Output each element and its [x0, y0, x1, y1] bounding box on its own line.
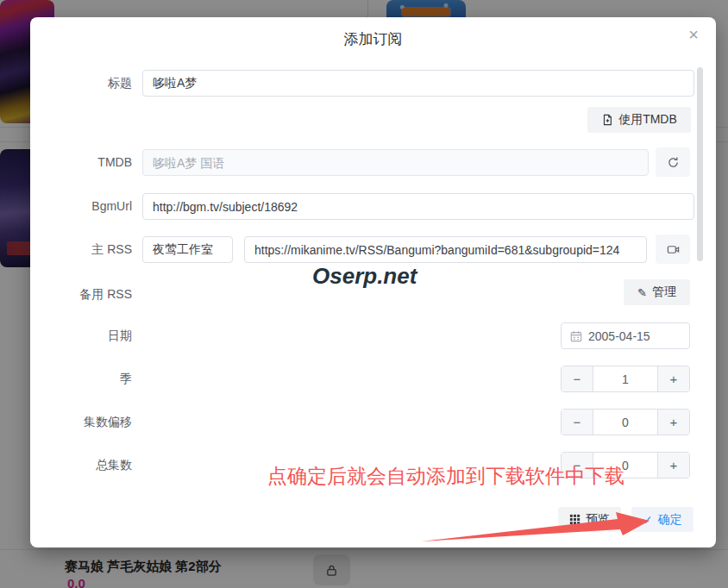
preview-button[interactable]: 预览 [558, 507, 621, 532]
plus-icon[interactable]: + [657, 453, 689, 478]
check-icon: ✓ [643, 513, 653, 527]
watermark-text: Oserp.net [312, 263, 417, 290]
plus-icon[interactable]: + [657, 366, 689, 391]
manage-backup-rss-button[interactable]: ✎ 管理 [624, 279, 690, 305]
title-input[interactable] [142, 70, 694, 97]
confirm-button[interactable]: ✓ 确定 [631, 507, 693, 532]
season-label: 季 [30, 372, 132, 387]
grid-icon [569, 514, 581, 525]
refresh-icon [667, 156, 680, 169]
episode-offset-stepper: − 0 + [561, 409, 690, 435]
main-rss-label: 主 RSS [30, 242, 132, 258]
season-value[interactable]: 1 [593, 366, 657, 391]
use-tmdb-button[interactable]: 使用TMDB [587, 107, 691, 133]
date-picker[interactable]: 2005-04-15 [561, 322, 690, 349]
season-stepper: − 1 + [561, 366, 690, 392]
tmdb-input[interactable] [142, 149, 649, 176]
dialog-title: 添加订阅 [30, 29, 716, 49]
annotation-text: 点确定后就会自动添加到下载软件中下载 [267, 463, 624, 490]
rss-url-input[interactable] [244, 236, 647, 263]
total-episodes-label: 总集数 [30, 458, 132, 473]
calendar-icon [570, 330, 582, 342]
manage-label: 管理 [652, 285, 676, 300]
rss-group-input[interactable] [142, 236, 233, 263]
episode-offset-value[interactable]: 0 [593, 410, 657, 435]
bgmurl-input[interactable] [142, 193, 694, 220]
title-label: 标题 [30, 76, 132, 91]
modal-scrollbar-thumb[interactable] [697, 67, 703, 261]
document-icon [601, 114, 613, 126]
episode-offset-label: 集数偏移 [30, 415, 132, 430]
close-icon[interactable]: × [688, 26, 699, 43]
video-icon [667, 243, 680, 256]
bgmurl-label: BgmUrl [30, 199, 132, 213]
pencil-icon: ✎ [637, 286, 647, 299]
backup-rss-label: 备用 RSS [30, 287, 132, 303]
date-value: 2005-04-15 [588, 329, 650, 343]
minus-icon[interactable]: − [562, 410, 593, 435]
tmdb-label: TMDB [30, 155, 132, 169]
date-label: 日期 [30, 328, 132, 344]
confirm-label: 确定 [658, 512, 682, 528]
plus-icon[interactable]: + [657, 410, 689, 435]
refresh-button[interactable] [656, 147, 690, 177]
minus-icon[interactable]: − [562, 366, 593, 391]
app-screen: 赛马娘 芦毛灰姑娘 第2部分 0.0 添加订阅 × 标题 [0, 0, 728, 588]
use-tmdb-label: 使用TMDB [618, 112, 677, 128]
video-preview-button[interactable] [656, 235, 690, 264]
preview-label: 预览 [586, 512, 610, 528]
